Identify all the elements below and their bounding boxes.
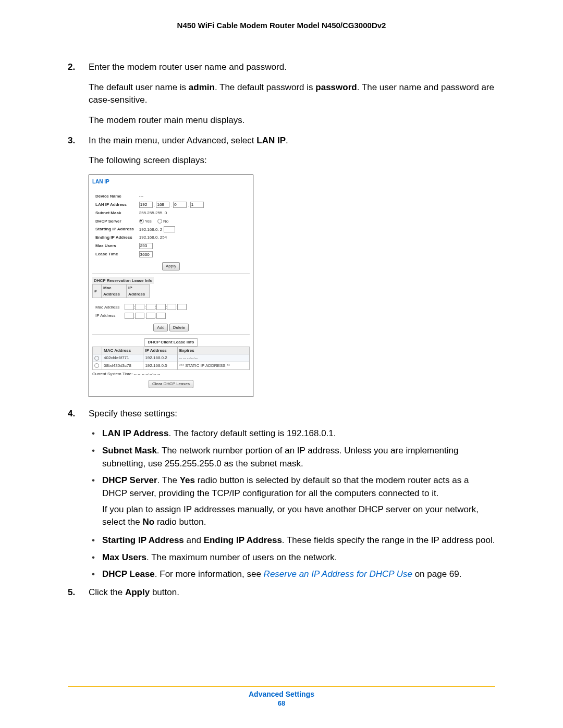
label-mac-addr: Mac Address (93, 303, 121, 311)
mac-3[interactable] (146, 304, 155, 310)
reservation-radio-col: # (93, 285, 102, 298)
step-text: The following screen displays: (89, 154, 495, 167)
lan-ip-octet-3[interactable] (173, 202, 187, 208)
step-4: 4. Specify these settings: LAN IP Addres… (68, 408, 495, 581)
mac-6[interactable] (177, 304, 187, 310)
value-lan-ip: . . . (137, 201, 206, 208)
label-max-users: Max Users (93, 242, 136, 250)
ip-3[interactable] (146, 313, 155, 319)
step-text: The default user name is admin. The defa… (89, 81, 495, 107)
step-number: 4. (68, 408, 75, 421)
clear-leases-button[interactable]: Clear DHCP Leases (149, 380, 193, 388)
start-ip-last[interactable] (164, 226, 175, 232)
lan-ip-octet-2[interactable] (156, 202, 169, 208)
label-lan-ip: LAN IP Address (93, 201, 136, 208)
bullet-max-users: Max Users. The maximum number of users o… (102, 551, 495, 564)
client-col-mac: MAC Address (102, 347, 143, 354)
page: N450 WiFi Cable Modem Router Model N450/… (0, 0, 563, 728)
client-col-ip: IP Address (143, 347, 177, 354)
ip-2[interactable] (135, 313, 144, 319)
footer-section: Advanced Settings (0, 690, 563, 698)
mac-2[interactable] (135, 304, 144, 310)
label-end-ip: Ending IP Address (93, 234, 136, 241)
label-start-ip: Starting IP Address (93, 226, 136, 233)
value-start-ip: 192.168.0. 2 (137, 226, 206, 233)
client-col-exp: Expires (177, 347, 249, 354)
radio-no[interactable] (157, 219, 162, 224)
label-dhcp: DHCP Server (93, 218, 136, 225)
radio-yes[interactable] (139, 219, 144, 224)
delete-button[interactable]: Delete (169, 324, 189, 332)
reservation-col-mac: Mac Address (102, 285, 127, 298)
step-number: 3. (68, 134, 75, 147)
bullet-lan-ip: LAN IP Address. The factory default sett… (102, 427, 495, 440)
value-lease (137, 251, 206, 258)
footer-rule (68, 686, 495, 687)
table-row: 08bd435d3c78 192.168.0.5 *** STATIC IP A… (93, 362, 250, 370)
step-number: 5. (68, 586, 75, 599)
apply-button[interactable]: Apply (162, 262, 180, 270)
mac-1[interactable] (125, 304, 134, 310)
bullet-dhcp: DHCP Server. The Yes radio button is sel… (102, 474, 495, 529)
mac-5[interactable] (167, 304, 176, 310)
step-3: 3. In the main menu, under Advanced, sel… (68, 134, 495, 397)
client-lease-header: DHCP Client Lease Info (144, 338, 198, 347)
bullet-dhcp-p2: If you plan to assign IP addresses manua… (102, 503, 495, 529)
value-subnet: 255.255.255. 0 (137, 209, 206, 217)
lan-ip-octet-1[interactable] (139, 202, 153, 208)
step-5: 5. Click the Apply button. (68, 586, 495, 599)
step-text: Specify these settings: (89, 408, 495, 421)
max-users-input[interactable] (139, 243, 153, 249)
settings-bullets: LAN IP Address. The factory default sett… (89, 427, 495, 581)
reservation-entry: Mac Address ::::: IP Address ... (92, 302, 190, 320)
table-row: 402cf4e6f771 192.168.0.2 -- -- --:--:-- (93, 354, 250, 362)
mac-4[interactable] (156, 304, 166, 310)
bullet-range: Starting IP Address and Ending IP Addres… (102, 534, 495, 547)
row-radio[interactable] (94, 363, 99, 368)
step-2: 2. Enter the modem router user name and … (68, 61, 495, 127)
value-max-users (137, 242, 206, 250)
label-subnet: Subnet Mask (93, 209, 136, 217)
value-dhcp: Yes No (137, 218, 206, 225)
system-time: Current System Time: -- -- -- --:--:-- -… (92, 371, 250, 377)
step-text: The modem router main menu displays. (89, 114, 495, 127)
lease-input[interactable] (139, 251, 153, 257)
reservation-col-ip: IP Address (127, 285, 150, 298)
ip-4[interactable] (156, 313, 166, 319)
value-device-name: --- (137, 193, 206, 200)
document-title: N450 WiFi Cable Modem Router Model N450/… (68, 21, 495, 30)
label-lease: Lease Time (93, 251, 136, 258)
bullet-subnet: Subnet Mask. The network number portion … (102, 445, 495, 470)
step-text: In the main menu, under Advanced, select… (89, 134, 495, 147)
screenshot-title: LAN IP (92, 178, 250, 186)
bullet-dhcp-lease: DHCP Lease. For more information, see Re… (102, 568, 495, 581)
lan-form: Device Name --- LAN IP Address . . . Sub… (92, 192, 207, 259)
client-lease-table: MAC Address IP Address Expires 402cf4e6f… (92, 347, 250, 370)
lan-ip-octet-4[interactable] (190, 202, 204, 208)
add-button[interactable]: Add (153, 324, 168, 332)
reservation-header: DHCP Reservation Lease Info (92, 277, 154, 285)
reservation-header-table: # Mac Address IP Address (92, 284, 150, 298)
value-end-ip: 192.168.0. 254 (137, 234, 206, 241)
steps-list: 2. Enter the modem router user name and … (68, 61, 495, 599)
step-text: Click the Apply button. (89, 586, 495, 599)
label-ip-addr: IP Address (93, 312, 121, 319)
page-footer: Advanced Settings 68 (0, 686, 563, 707)
router-screenshot: LAN IP Device Name --- LAN IP Address . … (89, 175, 253, 397)
row-radio[interactable] (94, 356, 99, 361)
ip-1[interactable] (125, 313, 134, 319)
step-text: Enter the modem router user name and pas… (89, 61, 495, 74)
step-number: 2. (68, 61, 75, 74)
cross-ref-link[interactable]: Reserve an IP Address for DHCP Use (264, 569, 412, 579)
label-device-name: Device Name (93, 193, 136, 200)
footer-page-number: 68 (0, 699, 563, 707)
